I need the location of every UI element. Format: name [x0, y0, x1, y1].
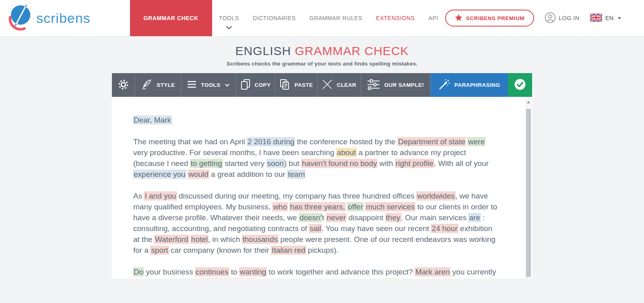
editor-text[interactable]: Dear, MarkThe meeting that we had on Apr… [112, 97, 532, 278]
nav-grammar-rules[interactable]: GRAMMAR RULES [303, 0, 369, 36]
highlight-pink[interactable]: Mark aren [415, 267, 451, 276]
highlight-green[interactable]: Do [133, 267, 144, 276]
nav-api[interactable]: API [421, 0, 445, 36]
highlight-blue[interactable]: Dear, Mark [133, 115, 172, 125]
menu-icon [187, 81, 196, 89]
text-segment: . With all of your [434, 159, 489, 168]
text-segment: with [377, 159, 395, 168]
highlight-pink[interactable]: sport [150, 246, 169, 255]
highlight-blue[interactable]: are [468, 213, 481, 222]
clear-button[interactable]: CLEAR [318, 73, 361, 97]
text-segment: your business [144, 268, 195, 276]
nav-grammar-check[interactable]: GRAMMAR CHECK [130, 0, 212, 36]
highlight-green[interactable]: to getting [190, 159, 223, 168]
highlight-green[interactable]: were [467, 137, 485, 146]
highlight-pink[interactable]: they [385, 213, 401, 222]
nav-tools[interactable]: TOOLS [212, 0, 246, 36]
language-code: EN [605, 15, 614, 21]
highlight-pink[interactable]: right profile [395, 159, 434, 168]
page-subtitle: Scribens checks the grammar of your text… [0, 61, 644, 67]
copy-button[interactable]: COPY [236, 73, 275, 97]
text-segment: ) but [284, 159, 301, 168]
highlight-pink[interactable]: hotel [190, 235, 208, 244]
text-segment: to work together and advance this projec… [266, 268, 415, 276]
highlight-pink[interactable]: I and you [144, 191, 177, 201]
highlight-pink[interactable]: sail [309, 224, 322, 233]
login-button[interactable]: LOG IN [545, 12, 580, 25]
text-segment: As [133, 192, 144, 200]
paragraph: The meeting that we had on April 2 2016 … [133, 136, 497, 180]
highlight-pink[interactable]: thousands [242, 235, 279, 244]
highlight-green[interactable]: offer [347, 202, 364, 211]
check-circle-icon [514, 78, 526, 92]
star-icon [455, 14, 462, 23]
text-segment: a great addition to our [209, 170, 287, 178]
premium-button[interactable]: SCRIBENS PREMIUM [445, 10, 534, 27]
highlight-pink[interactable]: 24 hour [431, 224, 458, 233]
highlight-pink[interactable]: Department of state [397, 137, 466, 146]
grammar-editor: STYLE TOOLS [112, 73, 532, 278]
check-grammar-button[interactable] [508, 73, 532, 97]
text-segment: to [229, 268, 239, 276]
paste-button[interactable]: PASTE [275, 73, 318, 97]
highlight-blue[interactable]: team [287, 170, 305, 179]
text-segment: discussed during our meeting, my company… [177, 192, 417, 200]
highlight-pink[interactable]: who [272, 202, 288, 211]
main-nav: GRAMMAR CHECK TOOLS DICTIONARIES GRAMMAR… [130, 0, 445, 36]
scroll-up-button[interactable] [525, 97, 531, 107]
style-button[interactable]: STYLE [135, 73, 181, 97]
editor-toolbar: STYLE TOOLS [112, 73, 532, 97]
nav-extensions[interactable]: EXTENSIONS [369, 0, 421, 36]
highlight-blue[interactable]: experience you [133, 170, 186, 179]
text-segment: car company (known for their [169, 246, 272, 254]
top-navbar: scribens GRAMMAR CHECK TOOLS DICTIONARIE… [0, 0, 644, 36]
text-segment: the conference hosted by the [295, 137, 398, 146]
scroll-up-icon [527, 101, 530, 103]
brand-name: scribens [36, 10, 91, 26]
x-icon [322, 79, 332, 91]
highlight-pink[interactable]: biggest projects [201, 278, 256, 278]
chevron-down-icon [226, 24, 232, 31]
language-selector[interactable]: EN [590, 14, 621, 23]
highlight-blue[interactable]: 2 2016 during [247, 137, 295, 146]
text-segment: . You may have seen our recent [322, 224, 431, 233]
highlight-pink[interactable]: continues [195, 267, 229, 276]
highlight-pink[interactable]: haven't found no body [301, 159, 378, 168]
editor-pane: Dear, MarkThe meeting that we had on Apr… [112, 97, 532, 278]
sliders-icon [367, 79, 380, 91]
highlight-blue[interactable]: soon [266, 159, 285, 168]
our-sample-button[interactable]: OUR SAMPLE! [361, 73, 431, 97]
highlight-yellow[interactable]: about [336, 148, 357, 157]
text-segment: started very [223, 159, 267, 168]
highlight-pink[interactable]: much services [365, 202, 415, 211]
brand-logo[interactable]: scribens [0, 0, 91, 36]
clipboard-icon [279, 79, 290, 91]
quill-icon [141, 79, 152, 91]
highlight-pink[interactable]: would [188, 170, 209, 179]
settings-button[interactable] [112, 73, 135, 97]
person-icon [545, 12, 556, 25]
header-actions: SCRIBENS PREMIUM LOG IN [445, 0, 644, 36]
highlight-pink[interactable]: has three years, [289, 202, 346, 211]
highlight-pink[interactable]: wanting [239, 267, 267, 276]
tools-button[interactable]: TOOLS [181, 73, 236, 97]
highlight-green[interactable]: doesn' [299, 213, 322, 222]
paragraph: As I and you discussed during our meetin… [133, 190, 497, 256]
highlight-pink[interactable]: Italian red [271, 246, 306, 255]
editor-scrollbar [525, 97, 531, 278]
page-title: ENGLISH GRAMMAR CHECK [0, 44, 644, 58]
chevron-down-icon [225, 82, 229, 88]
highlight-pink[interactable]: Waterford [154, 235, 189, 244]
nav-dictionaries[interactable]: DICTIONARIES [246, 0, 303, 36]
uk-flag-icon [590, 14, 602, 23]
text-segment: , in which [208, 235, 242, 244]
page-body: ENGLISH GRAMMAR CHECK Scribens checks th… [0, 36, 644, 303]
text-segment: The meeting that we had on April [133, 137, 247, 146]
highlight-green[interactable]: are [385, 278, 398, 278]
paraphrasing-button[interactable]: PARAPHRASING [431, 73, 508, 97]
highlight-pink[interactable]: never [326, 213, 347, 222]
scrollbar-thumb[interactable] [526, 109, 531, 277]
text-segment: very productive. For several months, I h… [133, 148, 336, 157]
text-segment: pickups). [306, 246, 339, 254]
highlight-pink[interactable]: worldwides [416, 191, 456, 201]
